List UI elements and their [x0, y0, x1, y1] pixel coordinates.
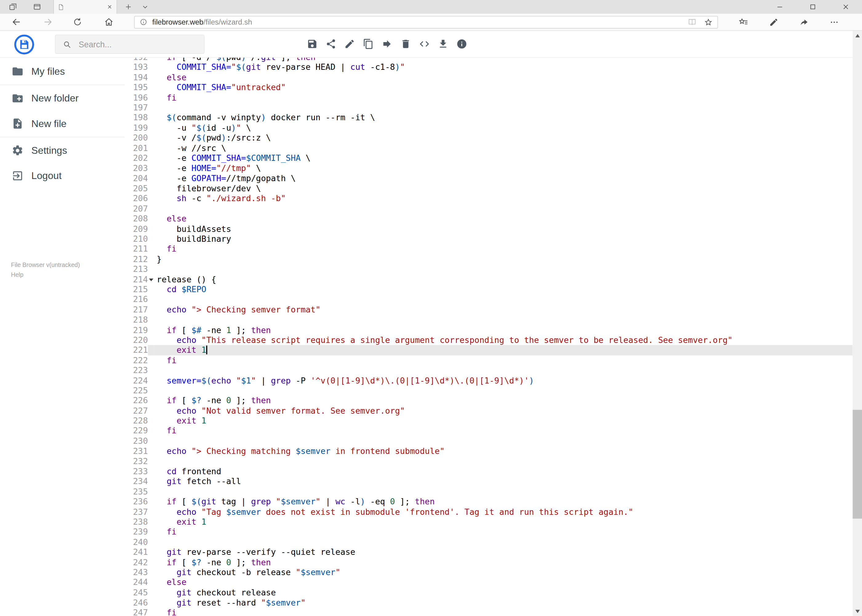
code-text[interactable]: echo "> Checking semver format"	[154, 305, 853, 315]
reading-view-icon[interactable]	[688, 17, 697, 27]
code-text[interactable]: -w //src \	[154, 143, 853, 153]
more-dots-icon[interactable]	[830, 17, 839, 27]
code-text[interactable]: git checkout release	[154, 588, 853, 598]
tab-close-icon[interactable]	[107, 4, 113, 10]
code-text[interactable]	[154, 386, 853, 396]
forward-icon[interactable]	[43, 17, 53, 27]
code-text[interactable]: fi	[154, 527, 853, 537]
filebrowser-logo[interactable]	[14, 34, 35, 55]
code-text[interactable]	[154, 456, 853, 467]
code-text[interactable]: if [ $(git tag | grep "$semver" | wc -l)…	[154, 497, 853, 507]
home-icon[interactable]	[104, 17, 114, 27]
new-tab-button[interactable]	[122, 0, 134, 14]
code-text[interactable]: -e HOME="//tmp" \	[154, 163, 853, 173]
code-text[interactable]: else	[154, 214, 853, 224]
code-text[interactable]: echo "> Checking matching $semver in fro…	[154, 446, 853, 456]
code-text[interactable]	[154, 295, 853, 305]
code-text[interactable]: cd $REPO	[154, 284, 853, 295]
minimize-button[interactable]	[763, 0, 796, 14]
hub-icon[interactable]	[739, 17, 748, 27]
code-text[interactable]: echo "Tag $semver does not exist in subm…	[154, 507, 853, 517]
code-text[interactable]: fi	[154, 426, 853, 436]
code-text[interactable]: COMMIT_SHA="untracked"	[154, 82, 853, 93]
code-text[interactable]: exit 1	[154, 345, 853, 355]
code-text[interactable]: fi	[154, 608, 853, 616]
share-arrow-icon[interactable]	[799, 17, 808, 27]
code-text[interactable]: fi	[154, 355, 853, 365]
copy-button[interactable]	[363, 38, 374, 50]
code-text[interactable]: git checkout -b release "$semver"	[154, 567, 853, 578]
code-text[interactable]	[154, 365, 853, 376]
favorite-star-icon[interactable]	[704, 18, 712, 26]
page-scrollbar[interactable]	[853, 31, 862, 616]
info-circle-icon[interactable]	[140, 18, 147, 26]
sidebar-item-logout[interactable]: Logout	[0, 163, 125, 189]
search-input[interactable]	[77, 39, 197, 50]
help-link[interactable]: Help	[11, 270, 80, 280]
code-text[interactable]	[154, 537, 853, 547]
tab-preview-button[interactable]	[31, 0, 43, 14]
code-text[interactable]: echo "This release script requires a sin…	[154, 335, 853, 346]
rename-button[interactable]	[344, 38, 355, 50]
code-text[interactable]: -e GOPATH=//tmp/gopath \	[154, 173, 853, 184]
url-bar[interactable]: filebrowser.web/files/wizard.sh	[134, 16, 718, 28]
source-code-button[interactable]	[419, 38, 430, 50]
tab-preview-toggle[interactable]	[139, 0, 151, 14]
refresh-icon[interactable]	[72, 17, 82, 27]
code-text[interactable]: fi	[154, 244, 853, 255]
code-text[interactable]	[154, 264, 853, 275]
code-text[interactable]: filebrowser/dev \	[154, 184, 853, 194]
code-text[interactable]	[154, 103, 853, 113]
code-text[interactable]: release () {	[154, 274, 853, 284]
code-text[interactable]: git rev-parse --verify --quiet release	[154, 547, 853, 557]
scroll-up-button[interactable]	[853, 31, 862, 40]
code-text[interactable]: sh -c "./wizard.sh -b"	[154, 194, 853, 204]
code-text[interactable]: -v /$(pwd):/src:z \	[154, 133, 853, 143]
code-text[interactable]: echo "Not valid semver format. See semve…	[154, 406, 853, 416]
set-aside-tabs-button[interactable]	[6, 0, 19, 14]
save-button[interactable]	[307, 38, 318, 50]
scroll-down-button[interactable]	[853, 607, 862, 616]
scrollbar-thumb[interactable]	[853, 410, 862, 519]
code-text[interactable]: semver=$(echo "$1" | grep -P '^v(0|[1-9]…	[154, 376, 853, 386]
code-text[interactable]: exit 1	[154, 416, 853, 426]
code-text[interactable]: buildBinary	[154, 234, 853, 244]
sidebar-item-my-files[interactable]: My files	[0, 59, 125, 84]
code-text[interactable]: git reset --hard "$semver"	[154, 598, 853, 608]
fold-marker-icon[interactable]	[149, 278, 153, 281]
code-text[interactable]	[154, 487, 853, 497]
code-text[interactable]: if [ $? -ne 0 ]; then	[154, 396, 853, 406]
code-text[interactable]: exit 1	[154, 517, 853, 527]
code-text[interactable]: cd frontend	[154, 467, 853, 477]
code-text[interactable]	[154, 436, 853, 446]
code-text[interactable]: else	[154, 72, 853, 82]
code-text[interactable]: if [ $? -ne 0 ]; then	[154, 557, 853, 567]
maximize-button[interactable]	[796, 0, 829, 14]
code-text[interactable]: }	[154, 255, 853, 264]
code-text[interactable]: fi	[154, 93, 853, 103]
info-button[interactable]	[456, 38, 468, 50]
move-button[interactable]	[381, 38, 393, 50]
code-text[interactable]: if [ $# -ne 1 ]; then	[154, 325, 853, 335]
code-editor: 192 if [ -d /"$(pwd)"/.git ]; then193 CO…	[125, 58, 853, 616]
code-text[interactable]	[154, 204, 853, 214]
sidebar-item-settings[interactable]: Settings	[0, 138, 125, 163]
browser-tab[interactable]	[53, 0, 117, 14]
code-text[interactable]	[154, 315, 853, 325]
sidebar-item-new-folder[interactable]: New folder	[0, 86, 125, 111]
code-text[interactable]: if [ -d /"$(pwd)"/.git ]; then	[154, 58, 853, 63]
code-text[interactable]: -u "$(id -u)" \	[154, 123, 853, 133]
code-text[interactable]: else	[154, 578, 853, 588]
sidebar-item-new-file[interactable]: New file	[0, 111, 125, 136]
share-button[interactable]	[326, 38, 337, 50]
back-icon[interactable]	[12, 17, 22, 27]
code-text[interactable]: git fetch --all	[154, 476, 853, 487]
code-text[interactable]: -e COMMIT_SHA=$COMMIT_SHA \	[154, 153, 853, 163]
web-note-pen-icon[interactable]	[769, 17, 778, 27]
code-text[interactable]: COMMIT_SHA="$(git rev-parse HEAD | cut -…	[154, 63, 853, 72]
download-button[interactable]	[438, 38, 449, 50]
code-text[interactable]: buildAssets	[154, 224, 853, 234]
code-text[interactable]: $(command -v winpty) docker run --rm -it…	[154, 113, 853, 123]
close-window-button[interactable]	[829, 0, 862, 14]
delete-button[interactable]	[400, 38, 411, 50]
